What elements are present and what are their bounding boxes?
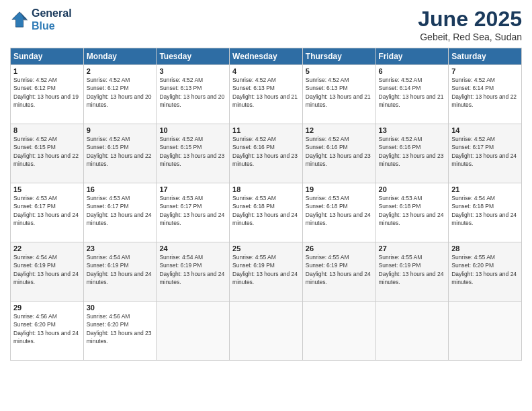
cell-info: Sunrise: 4:52 AMSunset: 6:16 PMDaylight:… [379, 136, 444, 167]
calendar-cell [302, 302, 375, 361]
month-title: June 2025 [418, 7, 522, 32]
calendar-cell [157, 302, 230, 361]
title-block: June 2025 Gebeit, Red Sea, Sudan [418, 7, 522, 42]
calendar-cell [230, 302, 303, 361]
day-header-thursday: Thursday [302, 48, 375, 65]
calendar-week-3: 15 Sunrise: 4:53 AMSunset: 6:17 PMDaylig… [11, 183, 522, 242]
day-number: 6 [379, 67, 446, 75]
logo-general: General [32, 7, 72, 19]
calendar-cell: 24 Sunrise: 4:54 AMSunset: 6:19 PMDaylig… [157, 242, 230, 302]
cell-info: Sunrise: 4:52 AMSunset: 6:15 PMDaylight:… [87, 136, 152, 167]
location-subtitle: Gebeit, Red Sea, Sudan [418, 32, 522, 42]
day-header-saturday: Saturday [449, 48, 522, 65]
calendar-cell: 8 Sunrise: 4:52 AMSunset: 6:15 PMDayligh… [11, 124, 84, 183]
calendar-cell: 21 Sunrise: 4:54 AMSunset: 6:18 PMDaylig… [449, 183, 522, 242]
day-number: 13 [379, 126, 446, 134]
day-number: 20 [379, 185, 446, 193]
calendar-cell: 18 Sunrise: 4:53 AMSunset: 6:18 PMDaylig… [230, 183, 303, 242]
day-number: 1 [13, 67, 81, 75]
day-number: 3 [159, 67, 226, 75]
calendar-cell: 10 Sunrise: 4:52 AMSunset: 6:15 PMDaylig… [157, 124, 230, 183]
calendar-cell: 7 Sunrise: 4:52 AMSunset: 6:14 PMDayligh… [449, 65, 522, 124]
day-number: 27 [379, 244, 446, 253]
day-number: 23 [87, 244, 154, 253]
cell-info: Sunrise: 4:52 AMSunset: 6:15 PMDaylight:… [13, 136, 79, 167]
cell-info: Sunrise: 4:52 AMSunset: 6:16 PMDaylight:… [232, 136, 298, 167]
cell-info: Sunrise: 4:52 AMSunset: 6:13 PMDaylight:… [159, 77, 224, 108]
day-header-monday: Monday [83, 48, 157, 65]
calendar-cell: 20 Sunrise: 4:53 AMSunset: 6:18 PMDaylig… [375, 183, 449, 242]
cell-info: Sunrise: 4:55 AMSunset: 6:19 PMDaylight:… [232, 254, 298, 285]
calendar-cell: 22 Sunrise: 4:54 AMSunset: 6:19 PMDaylig… [11, 242, 84, 302]
cell-info: Sunrise: 4:52 AMSunset: 6:17 PMDaylight:… [451, 136, 517, 167]
calendar-cell: 28 Sunrise: 4:55 AMSunset: 6:20 PMDaylig… [449, 242, 522, 302]
day-number: 8 [13, 126, 81, 134]
calendar-cell: 13 Sunrise: 4:52 AMSunset: 6:16 PMDaylig… [375, 124, 449, 183]
day-number: 9 [87, 126, 154, 134]
calendar-cell: 14 Sunrise: 4:52 AMSunset: 6:17 PMDaylig… [449, 124, 522, 183]
calendar-cell: 15 Sunrise: 4:53 AMSunset: 6:17 PMDaylig… [11, 183, 84, 242]
calendar-cell: 29 Sunrise: 4:56 AMSunset: 6:20 PMDaylig… [11, 302, 84, 361]
cell-info: Sunrise: 4:53 AMSunset: 6:17 PMDaylight:… [13, 195, 79, 226]
day-number: 19 [306, 185, 373, 193]
day-number: 26 [306, 244, 373, 253]
logo: General Blue [10, 7, 72, 32]
calendar-week-4: 22 Sunrise: 4:54 AMSunset: 6:19 PMDaylig… [11, 242, 522, 302]
calendar-cell: 25 Sunrise: 4:55 AMSunset: 6:19 PMDaylig… [230, 242, 303, 302]
calendar-cell: 17 Sunrise: 4:53 AMSunset: 6:17 PMDaylig… [157, 183, 230, 242]
day-number: 21 [451, 185, 519, 193]
header: General Blue June 2025 Gebeit, Red Sea, … [10, 7, 522, 42]
day-header-friday: Friday [375, 48, 449, 65]
cell-info: Sunrise: 4:54 AMSunset: 6:19 PMDaylight:… [87, 254, 152, 285]
calendar-week-2: 8 Sunrise: 4:52 AMSunset: 6:15 PMDayligh… [11, 124, 522, 183]
day-number: 10 [159, 126, 226, 134]
calendar-cell: 19 Sunrise: 4:53 AMSunset: 6:18 PMDaylig… [302, 183, 375, 242]
calendar-cell: 27 Sunrise: 4:55 AMSunset: 6:19 PMDaylig… [375, 242, 449, 302]
cell-info: Sunrise: 4:56 AMSunset: 6:20 PMDaylight:… [13, 313, 79, 345]
day-number: 18 [232, 185, 300, 193]
day-header-sunday: Sunday [11, 48, 84, 65]
day-number: 17 [159, 185, 226, 193]
calendar-cell: 6 Sunrise: 4:52 AMSunset: 6:14 PMDayligh… [375, 65, 449, 124]
calendar-cell: 4 Sunrise: 4:52 AMSunset: 6:13 PMDayligh… [230, 65, 303, 124]
day-number: 5 [306, 67, 373, 75]
day-number: 16 [87, 185, 154, 193]
cell-info: Sunrise: 4:53 AMSunset: 6:18 PMDaylight:… [306, 195, 371, 226]
cell-info: Sunrise: 4:53 AMSunset: 6:17 PMDaylight:… [87, 195, 152, 226]
day-number: 22 [13, 244, 81, 253]
calendar-cell: 9 Sunrise: 4:52 AMSunset: 6:15 PMDayligh… [83, 124, 157, 183]
logo-text-block: General Blue [32, 7, 72, 32]
day-number: 15 [13, 185, 81, 193]
calendar-cell: 1 Sunrise: 4:52 AMSunset: 6:12 PMDayligh… [11, 65, 84, 124]
page: General Blue June 2025 Gebeit, Red Sea, … [0, 0, 532, 411]
cell-info: Sunrise: 4:52 AMSunset: 6:15 PMDaylight:… [159, 136, 224, 167]
day-number: 24 [159, 244, 226, 253]
cell-info: Sunrise: 4:52 AMSunset: 6:16 PMDaylight:… [306, 136, 371, 167]
calendar-cell [449, 302, 522, 361]
calendar-cell: 11 Sunrise: 4:52 AMSunset: 6:16 PMDaylig… [230, 124, 303, 183]
cell-info: Sunrise: 4:53 AMSunset: 6:17 PMDaylight:… [159, 195, 224, 226]
day-number: 30 [87, 304, 154, 312]
day-number: 7 [451, 67, 519, 75]
cell-info: Sunrise: 4:54 AMSunset: 6:18 PMDaylight:… [451, 195, 517, 226]
calendar-cell: 3 Sunrise: 4:52 AMSunset: 6:13 PMDayligh… [157, 65, 230, 124]
cell-info: Sunrise: 4:55 AMSunset: 6:19 PMDaylight:… [306, 254, 371, 285]
cell-info: Sunrise: 4:54 AMSunset: 6:19 PMDaylight:… [13, 254, 79, 285]
day-number: 2 [87, 67, 154, 75]
calendar-cell: 26 Sunrise: 4:55 AMSunset: 6:19 PMDaylig… [302, 242, 375, 302]
cell-info: Sunrise: 4:56 AMSunset: 6:20 PMDaylight:… [87, 313, 152, 345]
calendar-cell: 5 Sunrise: 4:52 AMSunset: 6:13 PMDayligh… [302, 65, 375, 124]
day-number: 11 [232, 126, 300, 134]
calendar-week-1: 1 Sunrise: 4:52 AMSunset: 6:12 PMDayligh… [11, 65, 522, 124]
calendar-week-5: 29 Sunrise: 4:56 AMSunset: 6:20 PMDaylig… [11, 302, 522, 361]
calendar-cell: 30 Sunrise: 4:56 AMSunset: 6:20 PMDaylig… [83, 302, 157, 361]
cell-info: Sunrise: 4:52 AMSunset: 6:13 PMDaylight:… [306, 77, 371, 108]
day-number: 12 [306, 126, 373, 134]
cell-info: Sunrise: 4:53 AMSunset: 6:18 PMDaylight:… [379, 195, 444, 226]
cell-info: Sunrise: 4:52 AMSunset: 6:12 PMDaylight:… [87, 77, 152, 108]
cell-info: Sunrise: 4:52 AMSunset: 6:13 PMDaylight:… [232, 77, 298, 108]
calendar-cell [375, 302, 449, 361]
logo-icon [10, 10, 29, 29]
calendar-header-row: SundayMondayTuesdayWednesdayThursdayFrid… [11, 48, 522, 65]
calendar-cell: 16 Sunrise: 4:53 AMSunset: 6:17 PMDaylig… [83, 183, 157, 242]
